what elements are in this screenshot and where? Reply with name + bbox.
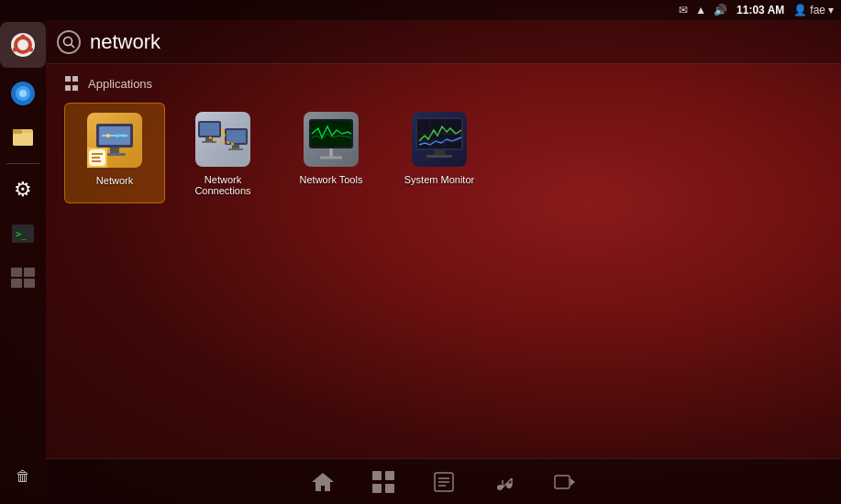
launcher-item-home[interactable] bbox=[0, 22, 46, 68]
bottom-btn-video[interactable] bbox=[548, 466, 581, 499]
svg-rect-47 bbox=[228, 148, 243, 150]
svg-text:>_: >_ bbox=[16, 229, 28, 240]
clock: 11:03 AM bbox=[736, 4, 784, 16]
video-icon bbox=[552, 469, 578, 495]
user-icon: 👤 bbox=[793, 4, 807, 16]
svg-rect-70 bbox=[385, 484, 394, 493]
svg-point-32 bbox=[122, 134, 126, 137]
svg-point-30 bbox=[106, 134, 110, 137]
launcher-separator bbox=[6, 163, 39, 164]
network-tools-app-icon bbox=[302, 110, 360, 169]
launcher-item-settings[interactable]: ⚙ bbox=[3, 170, 43, 210]
svg-rect-15 bbox=[11, 279, 22, 288]
network-tools-icon-svg bbox=[302, 110, 360, 169]
svg-rect-22 bbox=[72, 85, 78, 91]
svg-point-7 bbox=[19, 90, 27, 97]
svg-rect-27 bbox=[110, 148, 119, 153]
search-bar bbox=[46, 20, 841, 64]
svg-line-18 bbox=[72, 44, 75, 48]
bottom-btn-home[interactable] bbox=[306, 466, 339, 499]
apps-icon bbox=[371, 469, 396, 495]
svg-rect-60 bbox=[434, 150, 445, 155]
chevron-down-icon: ▾ bbox=[828, 4, 834, 16]
system-monitor-app-icon bbox=[410, 110, 469, 169]
svg-rect-10 bbox=[13, 129, 22, 134]
svg-marker-81 bbox=[570, 478, 575, 486]
apps-grid-icon bbox=[64, 75, 81, 92]
bottom-bar bbox=[46, 458, 841, 504]
svg-rect-16 bbox=[24, 279, 35, 288]
ubuntu-logo-icon bbox=[10, 32, 36, 58]
svg-rect-68 bbox=[385, 471, 394, 480]
section-title: Applications bbox=[88, 77, 152, 91]
svg-rect-37 bbox=[92, 160, 101, 162]
topbar-system-icons: ✉ ▲ 🔊 bbox=[679, 4, 727, 16]
launcher-item-files[interactable] bbox=[3, 117, 43, 158]
svg-rect-19 bbox=[65, 76, 71, 82]
svg-rect-45 bbox=[227, 130, 246, 143]
files-bottom-icon bbox=[431, 469, 457, 495]
network-connections-app-icon bbox=[194, 110, 252, 169]
network-app-icon bbox=[85, 111, 144, 170]
svg-point-75 bbox=[497, 485, 503, 490]
envelope-icon[interactable]: ✉ bbox=[679, 4, 688, 16]
system-monitor-icon-svg bbox=[410, 110, 469, 169]
bottom-btn-apps[interactable] bbox=[367, 466, 400, 499]
svg-rect-61 bbox=[426, 155, 452, 158]
workspace-icon bbox=[9, 266, 37, 290]
svg-point-4 bbox=[13, 48, 17, 52]
wifi-icon[interactable]: ▲ bbox=[695, 4, 706, 16]
files-icon bbox=[9, 124, 37, 151]
network-icon-svg bbox=[85, 111, 144, 170]
app-label-network-connections: Network Connections bbox=[180, 174, 266, 196]
svg-rect-20 bbox=[72, 76, 78, 82]
user-menu[interactable]: 👤 fae ▾ bbox=[793, 4, 834, 16]
firefox-icon bbox=[9, 80, 37, 107]
volume-icon[interactable]: 🔊 bbox=[714, 4, 727, 16]
svg-marker-66 bbox=[312, 473, 334, 491]
app-label-network-tools: Network Tools bbox=[300, 174, 363, 185]
section-header: Applications bbox=[64, 75, 823, 92]
launcher-item-trash[interactable]: 🗑 bbox=[3, 456, 43, 497]
svg-rect-35 bbox=[92, 153, 103, 155]
svg-point-3 bbox=[28, 48, 33, 52]
network-connections-icon-svg bbox=[194, 110, 252, 169]
svg-rect-13 bbox=[11, 268, 22, 277]
search-icon-circle bbox=[57, 30, 81, 54]
music-icon bbox=[492, 469, 517, 495]
svg-rect-80 bbox=[555, 476, 570, 488]
launcher-item-terminal[interactable]: >_ bbox=[3, 214, 43, 254]
search-input[interactable] bbox=[90, 30, 830, 54]
svg-rect-9 bbox=[13, 133, 33, 146]
dash-container: Applications bbox=[46, 20, 841, 458]
apps-grid: Network bbox=[64, 103, 823, 203]
launcher-item-workspace[interactable] bbox=[3, 257, 43, 298]
search-results: Applications bbox=[46, 64, 841, 458]
app-item-network-tools[interactable]: Network Tools bbox=[281, 103, 382, 203]
bottom-btn-music[interactable] bbox=[488, 466, 521, 499]
svg-rect-36 bbox=[92, 157, 100, 159]
svg-rect-69 bbox=[372, 484, 382, 493]
unity-launcher: ⚙ >_ 🗑 bbox=[0, 20, 46, 504]
home-icon bbox=[310, 469, 336, 495]
search-icon bbox=[62, 36, 75, 49]
app-item-system-monitor[interactable]: System Monitor bbox=[389, 103, 490, 203]
terminal-icon: >_ bbox=[9, 220, 37, 247]
svg-point-31 bbox=[116, 134, 119, 137]
topbar: ✉ ▲ 🔊 11:03 AM 👤 fae ▾ bbox=[0, 0, 841, 20]
app-item-network-connections[interactable]: Network Connections bbox=[172, 103, 273, 203]
app-label-system-monitor: System Monitor bbox=[404, 174, 474, 185]
svg-point-2 bbox=[21, 35, 26, 39]
bottom-btn-files[interactable] bbox=[427, 466, 460, 499]
launcher-item-firefox[interactable] bbox=[3, 73, 43, 114]
username: fae bbox=[810, 4, 825, 16]
svg-rect-14 bbox=[24, 268, 35, 277]
svg-point-17 bbox=[64, 37, 72, 45]
svg-rect-41 bbox=[200, 123, 219, 136]
svg-rect-67 bbox=[372, 471, 382, 480]
app-item-network[interactable]: Network bbox=[64, 103, 165, 203]
trash-icon: 🗑 bbox=[16, 468, 30, 485]
app-label-network: Network bbox=[96, 175, 133, 186]
svg-rect-43 bbox=[202, 141, 216, 143]
settings-icon: ⚙ bbox=[14, 178, 32, 202]
